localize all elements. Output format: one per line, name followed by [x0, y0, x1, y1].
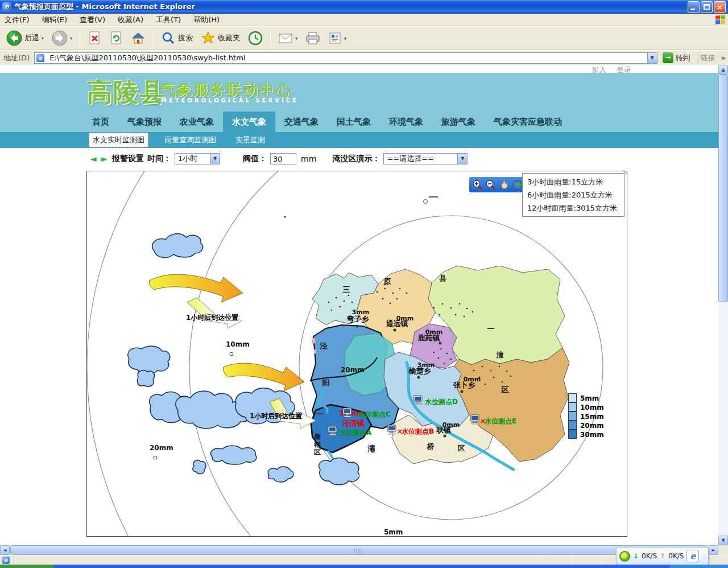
hydrology-map[interactable]: 20mm: [87, 171, 627, 536]
menu-view[interactable]: 查看(V): [80, 15, 105, 25]
svg-text:张卜乡: 张卜乡: [453, 381, 475, 389]
go-label: 转到: [676, 53, 690, 63]
nav-weather-forecast[interactable]: 气象预报: [118, 112, 171, 132]
nav-land[interactable]: 国土气象: [328, 112, 380, 132]
computer-icon: [343, 408, 351, 417]
scroll-down-icon[interactable]: ▼: [718, 536, 728, 545]
nav-agriculture[interactable]: 农业气象: [171, 112, 223, 132]
nav-hydrology[interactable]: 水文气象: [223, 112, 275, 132]
legend-swatch: [568, 411, 577, 421]
menu-file[interactable]: 文件(F): [5, 15, 30, 25]
login-link[interactable]: 登录: [617, 65, 631, 73]
home-button[interactable]: [128, 30, 148, 47]
traffic-monitor-widget[interactable]: ↓ 0K/S ↑ 0K/S e: [616, 547, 709, 565]
nav-home[interactable]: 首页: [83, 112, 118, 132]
mail-dropdown-icon[interactable]: ▾: [295, 36, 297, 41]
ie-window-icon: e: [2, 2, 11, 11]
address-input[interactable]: [49, 53, 644, 62]
flood-demo-value: ==请选择==: [384, 154, 457, 164]
legend-swatch: [568, 430, 577, 439]
threshold-unit: mm: [301, 154, 316, 163]
threshold-input[interactable]: [270, 153, 296, 164]
vertical-scrollbar[interactable]: ▲ ▼: [718, 65, 728, 545]
edit-button[interactable]: ▾: [325, 30, 349, 46]
svg-text:榆楚乡: 榆楚乡: [408, 367, 431, 375]
search-button[interactable]: 搜索: [158, 30, 196, 47]
nav-tourism[interactable]: 旅游气象: [432, 112, 485, 132]
menu-favorites[interactable]: 收藏(A): [118, 15, 143, 25]
minimize-icon: [690, 9, 695, 10]
close-button[interactable]: ×: [714, 1, 726, 13]
vertical-scroll-thumb[interactable]: [718, 75, 728, 302]
horizontal-scrollbar[interactable]: ◄ ►: [0, 545, 718, 555]
edit-icon: [328, 31, 342, 45]
flood-demo-select[interactable]: ==请选择== ▼: [383, 153, 468, 164]
menu-tools[interactable]: 工具(T): [156, 15, 181, 25]
next-arrow-icon[interactable]: ►: [101, 154, 108, 164]
home-icon: [131, 31, 146, 46]
upload-arrow-icon: ↑: [660, 552, 665, 560]
scroll-left-icon[interactable]: ◄: [0, 545, 10, 555]
nav-disaster-emergency[interactable]: 气象灾害应急联动: [485, 112, 571, 132]
account-links: 加入 登录: [592, 65, 637, 73]
horizontal-scroll-thumb[interactable]: [10, 545, 708, 555]
legend-label: 20mm: [580, 422, 604, 430]
address-dropdown-icon[interactable]: ▼: [647, 53, 657, 63]
svg-text:阳: 阳: [322, 378, 330, 387]
svg-text:桥: 桥: [427, 442, 435, 451]
flood-select-arrow-icon[interactable]: ▼: [457, 154, 467, 164]
arrival-label-2: 1小时后到达位置: [250, 412, 302, 420]
pan-hand-icon[interactable]: [499, 179, 510, 191]
scroll-right-icon[interactable]: ►: [709, 545, 718, 555]
favorites-button[interactable]: 收藏夹: [198, 30, 243, 47]
svg-text:秦: 秦: [314, 433, 321, 441]
subnav-rain-query[interactable]: 雨量查询监测图: [161, 133, 220, 147]
svg-text:一: 一: [487, 324, 495, 333]
nav-environment[interactable]: 环境气象: [380, 112, 432, 132]
status-separator: [602, 557, 602, 563]
forward-icon: [52, 30, 68, 46]
zoom-out-icon[interactable]: [485, 179, 497, 191]
menu-help[interactable]: 帮助(H): [193, 15, 220, 25]
station-label: 水位测点E: [484, 417, 516, 425]
contour-label: 20mm: [341, 366, 365, 374]
go-button[interactable]: → 转到: [661, 52, 694, 64]
links-chevron-icon[interactable]: »: [721, 53, 726, 62]
station-label: 水位测点C: [358, 410, 391, 418]
edit-dropdown-icon[interactable]: ▾: [344, 36, 346, 41]
join-link[interactable]: 加入: [592, 65, 606, 73]
status-separator: [572, 557, 572, 563]
address-field[interactable]: e ▼: [34, 52, 657, 64]
prev-arrow-icon[interactable]: ◄: [90, 154, 97, 164]
forward-button[interactable]: ▾: [49, 29, 75, 47]
title-bar[interactable]: e 气象预报页面原型 - Microsoft Internet Explorer…: [0, 0, 728, 14]
stop-icon: [88, 31, 101, 46]
print-button[interactable]: [303, 30, 323, 46]
stop-button[interactable]: [85, 30, 104, 47]
forward-dropdown-icon[interactable]: ▾: [70, 36, 72, 41]
svg-text:原: 原: [383, 277, 391, 286]
zoom-in-icon[interactable]: [472, 179, 483, 191]
time-select[interactable]: 1小时 ▼: [175, 153, 220, 164]
maximize-button[interactable]: [701, 1, 713, 13]
alert-town-name: 泾渭镇: [342, 419, 365, 427]
subnav-realtime-monitor[interactable]: 水文实时监测图: [89, 133, 148, 147]
nav-traffic[interactable]: 交通气象: [275, 112, 328, 132]
computer-icon: [470, 415, 479, 424]
back-button[interactable]: 后退 ▾: [3, 29, 47, 47]
toolbar-separator: [153, 30, 154, 47]
menu-edit[interactable]: 编辑(E): [42, 15, 67, 25]
links-label[interactable]: 链接: [698, 53, 718, 63]
history-button[interactable]: [245, 30, 266, 47]
minimize-button[interactable]: [688, 1, 700, 13]
ie-launcher-icon[interactable]: e: [686, 550, 699, 562]
mail-button[interactable]: ▾: [275, 31, 300, 46]
svg-text:鹿苑镇: 鹿苑镇: [417, 334, 440, 342]
time-select-arrow-icon[interactable]: ▼: [210, 154, 220, 164]
legend-label: 15mm: [580, 413, 604, 421]
refresh-button[interactable]: [106, 30, 126, 47]
scroll-up-icon[interactable]: ▲: [718, 65, 728, 75]
subnav-live-view[interactable]: 实景监测: [232, 133, 268, 147]
taskbar-edge[interactable]: [0, 565, 728, 568]
back-dropdown-icon[interactable]: ▾: [42, 36, 44, 41]
